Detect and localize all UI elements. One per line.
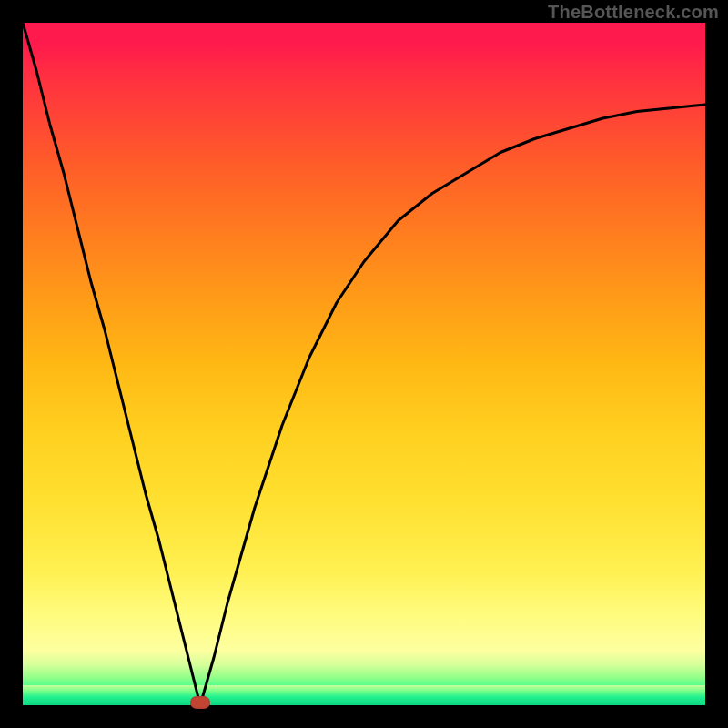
bottleneck-curve — [23, 23, 705, 705]
plot-area — [23, 23, 705, 705]
optimum-marker — [190, 696, 210, 709]
chart-frame: TheBottleneck.com — [0, 0, 728, 728]
attribution-text: TheBottleneck.com — [548, 2, 719, 23]
